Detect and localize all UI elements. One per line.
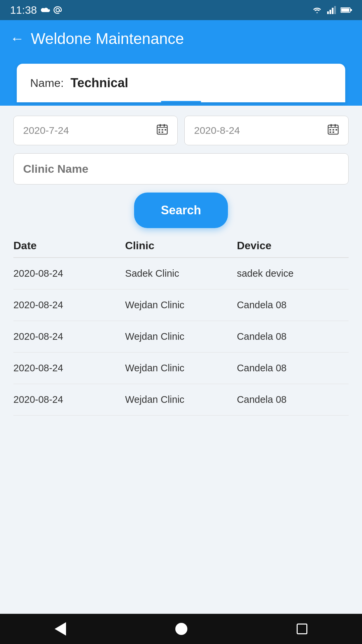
cell-date-2: 2020-08-24: [13, 331, 125, 342]
name-value: Technical: [70, 76, 128, 90]
status-bar-right: [312, 6, 352, 14]
svg-rect-15: [159, 131, 160, 133]
svg-rect-12: [159, 129, 160, 130]
header-date: Date: [13, 239, 125, 252]
clinic-name-input[interactable]: [13, 153, 349, 184]
blue-background: Name: Technical: [0, 57, 362, 106]
name-label: Name:: [30, 76, 64, 90]
signal-icon: [327, 6, 336, 14]
name-card: Name: Technical: [17, 64, 345, 102]
svg-rect-7: [351, 9, 352, 11]
start-date-calendar-icon: [157, 123, 168, 138]
app-bar: ← Weldone Maintenance: [0, 20, 362, 57]
back-button[interactable]: ←: [10, 32, 24, 46]
table-row[interactable]: 2020-08-24 Wejdan Clinic Candela 08: [13, 353, 349, 384]
table-header: Date Clinic Device: [13, 231, 349, 258]
svg-rect-10: [160, 124, 161, 127]
content-area: 2020-7-24 2020-8-24: [0, 106, 362, 614]
battery-icon: [341, 7, 352, 13]
cell-device-0: sadek device: [237, 268, 349, 279]
cell-device-4: Candela 08: [237, 394, 349, 405]
cell-device-1: Candela 08: [237, 300, 349, 311]
table-row[interactable]: 2020-08-24 Wejdan Clinic Candela 08: [13, 384, 349, 416]
end-date-calendar-icon: [327, 123, 339, 138]
cell-date-0: 2020-08-24: [13, 268, 125, 279]
svg-rect-6: [341, 8, 349, 12]
at-icon: [53, 5, 62, 15]
header-device: Device: [237, 239, 349, 252]
svg-rect-11: [164, 124, 165, 127]
svg-rect-20: [335, 124, 336, 127]
svg-rect-3: [332, 8, 334, 14]
cell-clinic-3: Wejdan Clinic: [125, 363, 237, 374]
name-card-underline: [161, 101, 201, 102]
table-row[interactable]: 2020-08-24 Wejdan Clinic Candela 08: [13, 289, 349, 321]
table-row[interactable]: 2020-08-24 Sadek Clinic sadek device: [13, 258, 349, 289]
bottom-navigation: [0, 614, 362, 644]
svg-rect-19: [330, 124, 332, 127]
status-time: 11:38: [10, 4, 37, 16]
search-button[interactable]: Search: [134, 193, 228, 228]
cell-date-4: 2020-08-24: [13, 394, 125, 405]
app-title: Weldone Maintenance: [31, 30, 184, 48]
start-date-picker[interactable]: 2020-7-24: [13, 116, 178, 145]
svg-rect-1: [327, 11, 329, 14]
svg-rect-22: [333, 129, 334, 130]
svg-rect-23: [336, 129, 337, 130]
cell-clinic-2: Wejdan Clinic: [125, 331, 237, 342]
svg-rect-16: [162, 131, 163, 133]
filter-section: 2020-7-24 2020-8-24: [0, 106, 362, 231]
nav-back-button[interactable]: [55, 622, 66, 636]
cell-date-3: 2020-08-24: [13, 363, 125, 374]
status-bar-left: 11:38: [10, 4, 62, 16]
svg-rect-4: [334, 6, 336, 14]
svg-rect-21: [329, 129, 331, 130]
svg-rect-25: [333, 131, 334, 133]
status-bar: 11:38: [0, 0, 362, 20]
svg-rect-13: [162, 129, 163, 130]
back-nav-icon: [55, 622, 66, 636]
cell-clinic-1: Wejdan Clinic: [125, 300, 237, 311]
cell-date-1: 2020-08-24: [13, 300, 125, 311]
results-table: Date Clinic Device 2020-08-24 Sadek Clin…: [0, 231, 362, 614]
svg-rect-24: [329, 131, 331, 133]
header-clinic: Clinic: [125, 239, 237, 252]
home-nav-icon: [175, 623, 187, 635]
recent-nav-icon: [297, 624, 307, 634]
nav-recent-button[interactable]: [297, 624, 307, 634]
cell-device-2: Candela 08: [237, 331, 349, 342]
cell-clinic-4: Wejdan Clinic: [125, 394, 237, 405]
table-row[interactable]: 2020-08-24 Wejdan Clinic Candela 08: [13, 321, 349, 353]
wifi-icon: [312, 6, 322, 14]
svg-rect-14: [165, 129, 166, 130]
cloud-icon: [41, 6, 50, 14]
svg-point-0: [56, 8, 59, 12]
cell-clinic-0: Sadek Clinic: [125, 268, 237, 279]
cell-device-3: Candela 08: [237, 363, 349, 374]
status-icons: [41, 5, 62, 15]
nav-home-button[interactable]: [175, 623, 187, 635]
end-date-text: 2020-8-24: [194, 125, 240, 136]
end-date-picker[interactable]: 2020-8-24: [184, 116, 349, 145]
svg-rect-2: [329, 10, 331, 14]
start-date-text: 2020-7-24: [23, 125, 69, 136]
date-row: 2020-7-24 2020-8-24: [13, 116, 349, 145]
